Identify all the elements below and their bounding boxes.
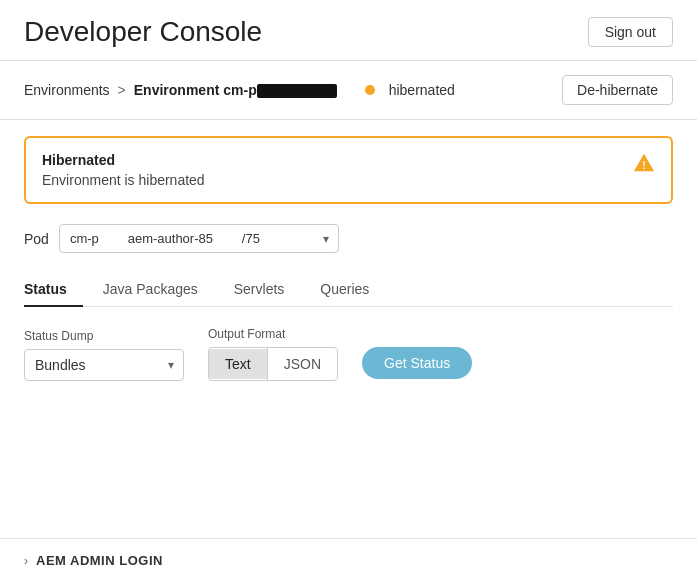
- alert-message: Environment is hibernated: [42, 172, 205, 188]
- tab-java-packages[interactable]: Java Packages: [103, 273, 214, 307]
- status-dump-label: Status Dump: [24, 329, 184, 343]
- main-content: Hibernated Environment is hibernated ! P…: [0, 120, 697, 397]
- pod-row: Pod cm-p aem-author-85 /75 ▾: [24, 224, 673, 253]
- hibernated-alert: Hibernated Environment is hibernated !: [24, 136, 673, 204]
- alert-title: Hibernated: [42, 152, 205, 168]
- status-text: hibernated: [389, 82, 455, 98]
- pod-select[interactable]: cm-p aem-author-85 /75: [59, 224, 339, 253]
- breadcrumb: Environments > Environment cm-p hibernat…: [0, 61, 697, 120]
- footer-section[interactable]: › AEM ADMIN LOGIN: [0, 538, 697, 582]
- pod-select-wrapper: cm-p aem-author-85 /75 ▾: [59, 224, 339, 253]
- bundles-select[interactable]: Bundles: [24, 349, 184, 381]
- status-dot-icon: [365, 85, 375, 95]
- alert-text: Hibernated Environment is hibernated: [42, 152, 205, 188]
- environments-link[interactable]: Environments: [24, 82, 110, 98]
- footer-label: AEM ADMIN LOGIN: [36, 553, 163, 568]
- output-format-group: Output Format Text JSON: [208, 327, 338, 381]
- warning-icon: !: [633, 152, 655, 174]
- format-text-button[interactable]: Text: [209, 349, 267, 379]
- format-toggle: Text JSON: [208, 347, 338, 381]
- page-wrapper: Developer Console Sign out Environments …: [0, 0, 697, 582]
- format-json-button[interactable]: JSON: [268, 349, 337, 379]
- page-title: Developer Console: [24, 16, 262, 48]
- bundles-select-wrapper: Bundles ▾: [24, 349, 184, 381]
- pod-label: Pod: [24, 231, 49, 247]
- status-form: Status Dump Bundles ▾ Output Format Text…: [24, 327, 673, 381]
- sign-out-button[interactable]: Sign out: [588, 17, 673, 47]
- header: Developer Console Sign out: [0, 0, 697, 61]
- output-format-label: Output Format: [208, 327, 338, 341]
- environment-name: Environment cm-p: [134, 82, 337, 98]
- status-dump-group: Status Dump Bundles ▾: [24, 329, 184, 381]
- svg-text:!: !: [642, 160, 645, 171]
- tab-servlets[interactable]: Servlets: [234, 273, 301, 307]
- env-name-redacted: [257, 84, 337, 98]
- footer-chevron-icon: ›: [24, 554, 28, 568]
- tab-queries[interactable]: Queries: [320, 273, 385, 307]
- dehibernate-button[interactable]: De-hibernate: [562, 75, 673, 105]
- tab-status[interactable]: Status: [24, 273, 83, 307]
- breadcrumb-separator: >: [118, 82, 126, 98]
- get-status-button[interactable]: Get Status: [362, 347, 472, 379]
- tabs-row: Status Java Packages Servlets Queries: [24, 273, 673, 307]
